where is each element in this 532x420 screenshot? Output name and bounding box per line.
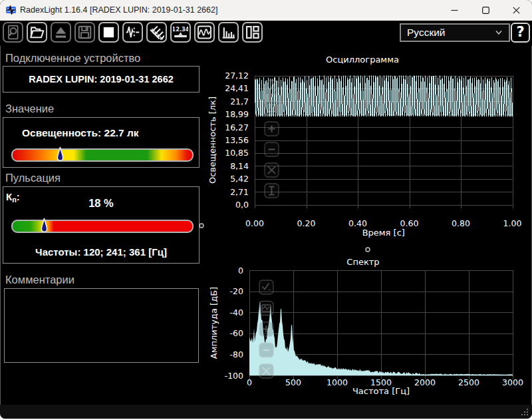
measured-value-icon: 12.34 bbox=[173, 25, 188, 40]
x-tick-label: 0.20 bbox=[297, 218, 316, 228]
minimize-button[interactable] bbox=[439, 0, 469, 21]
device-box: RADEX LUPIN: 2019-01-31 2662 bbox=[3, 66, 200, 93]
stop-icon bbox=[101, 25, 116, 40]
chart-zoom-in-button[interactable] bbox=[259, 322, 273, 336]
svg-text:12.34: 12.34 bbox=[173, 26, 188, 33]
y-tick-label: 10,85 bbox=[225, 148, 249, 158]
device-section-label: Подключенное устройство bbox=[5, 52, 140, 65]
y-tick-label: 5,42 bbox=[230, 174, 249, 184]
x-tick-label: 0.80 bbox=[452, 218, 470, 228]
value-box: Освещенность: 22.7 лк bbox=[3, 117, 200, 168]
illuminance-reading: Освещенность: 22.7 лк bbox=[22, 127, 139, 139]
y-tick-label: 8,14 bbox=[230, 161, 249, 171]
chart-wave-button[interactable] bbox=[265, 101, 279, 115]
pulse-waveform-icon bbox=[125, 25, 140, 40]
waveform-series bbox=[255, 76, 513, 117]
x-tick-label: 1.00 bbox=[503, 218, 522, 228]
panels-icon bbox=[245, 25, 260, 40]
illuminance-marker-icon bbox=[57, 146, 64, 165]
save-icon bbox=[77, 25, 92, 40]
y-tick-label: 21,7 bbox=[230, 97, 249, 106]
y-tick-label: 24,41 bbox=[225, 83, 249, 93]
illuminance-button[interactable] bbox=[146, 22, 167, 43]
frequencies-text: Частоты: 120; 241; 361 [Гц] bbox=[3, 246, 199, 258]
chart-zoom-in-button[interactable] bbox=[265, 122, 279, 136]
resize-grip[interactable] bbox=[520, 407, 529, 416]
open-button[interactable] bbox=[27, 22, 47, 43]
y-tick-label: 13,56 bbox=[225, 135, 249, 145]
close-icon bbox=[513, 7, 520, 14]
y-tick-label: 0 bbox=[238, 266, 243, 276]
y-tick-label: -20 bbox=[230, 286, 243, 296]
open-folder-icon bbox=[29, 25, 45, 40]
spectrum-bars-icon bbox=[221, 25, 236, 40]
minimize-icon bbox=[451, 7, 458, 14]
oscillogram-chart: Осциллограмма27,1224,4121,718,9916,2713,… bbox=[200, 46, 532, 246]
app-icon bbox=[6, 5, 16, 15]
pulsation-scale-bar bbox=[11, 220, 194, 233]
pulsation-section-label: Пульсация bbox=[5, 172, 61, 184]
x-tick-label: 0 bbox=[247, 377, 252, 387]
oscillogram-icon bbox=[197, 25, 212, 40]
illuminance-scale-bar bbox=[11, 148, 194, 162]
y-tick-label: -60 bbox=[230, 328, 243, 338]
x-axis-label: Частота [Гц] bbox=[352, 386, 410, 396]
pulsation-marker-icon bbox=[41, 218, 48, 236]
window-title: RadexLight 1.16.4 [RADEX LUPIN: 2019-01-… bbox=[20, 0, 217, 21]
x-axis-label: Время [с] bbox=[362, 228, 405, 238]
chevron-down-icon bbox=[495, 29, 502, 36]
save-button[interactable] bbox=[74, 22, 95, 43]
preview-button[interactable] bbox=[3, 22, 23, 43]
horizontal-splitter-handle[interactable] bbox=[364, 246, 372, 254]
chart-y-fit-button[interactable] bbox=[265, 184, 279, 198]
help-button[interactable]: ? bbox=[511, 23, 530, 43]
y-tick-label: 27,12 bbox=[225, 71, 249, 81]
value-section-label: Значение bbox=[5, 103, 54, 115]
comments-section-label: Комментарии bbox=[5, 274, 74, 286]
vertical-splitter-handle[interactable] bbox=[198, 222, 205, 230]
app-window: RadexLight 1.16.4 [RADEX LUPIN: 2019-01-… bbox=[0, 0, 532, 419]
device-name: RADEX LUPIN: 2019-01-31 2662 bbox=[3, 67, 199, 92]
chart-title: Осциллограмма bbox=[326, 55, 399, 65]
layout-button[interactable] bbox=[242, 22, 263, 43]
close-button[interactable] bbox=[501, 0, 531, 21]
comments-textarea[interactable] bbox=[4, 288, 199, 363]
chart-check-button[interactable] bbox=[265, 81, 279, 95]
maximize-button[interactable] bbox=[470, 0, 501, 21]
pulsation-button[interactable] bbox=[122, 22, 143, 43]
chart-zoom-out-button[interactable] bbox=[265, 142, 279, 156]
status-bar bbox=[0, 405, 532, 419]
maximize-icon bbox=[482, 7, 489, 14]
x-tick-label: 2500 bbox=[458, 377, 479, 387]
y-tick-label: -40 bbox=[230, 308, 243, 317]
eject-icon bbox=[53, 25, 68, 40]
kp-percent-value: 18 % bbox=[3, 197, 199, 210]
y-axis-label: Освещенность [лк] bbox=[207, 97, 217, 184]
y-tick-label: -80 bbox=[230, 349, 243, 359]
chart-pan-button[interactable] bbox=[259, 364, 273, 378]
x-tick-label: 500 bbox=[285, 377, 301, 387]
y-tick-label: 2,71 bbox=[230, 187, 249, 197]
oscillogram-button[interactable] bbox=[194, 22, 215, 43]
x-tick-label: 2000 bbox=[414, 377, 436, 387]
language-select[interactable]: Русский bbox=[400, 23, 510, 42]
chart-zoom-out-button[interactable] bbox=[259, 343, 273, 357]
x-tick-label: 3000 bbox=[502, 377, 523, 387]
stop-button[interactable] bbox=[98, 22, 119, 43]
light-rays-icon bbox=[149, 25, 164, 40]
chart-wave-button[interactable] bbox=[259, 302, 273, 315]
x-tick-label: 1000 bbox=[327, 377, 348, 387]
toolbar: 12.34 Русский ? bbox=[0, 21, 532, 46]
chart-pan-button[interactable] bbox=[265, 163, 279, 177]
y-tick-label: -100 bbox=[225, 371, 243, 381]
x-tick-label: 0.00 bbox=[245, 218, 264, 228]
spectrum-button[interactable] bbox=[218, 22, 239, 43]
y-axis-label: Амплитуда [дБ] bbox=[209, 287, 219, 359]
chart-check-button[interactable] bbox=[259, 280, 273, 294]
eject-button[interactable] bbox=[51, 22, 71, 43]
value-display-button[interactable]: 12.34 bbox=[170, 22, 191, 43]
y-tick-label: 0,0 bbox=[235, 200, 249, 210]
title-bar: RadexLight 1.16.4 [RADEX LUPIN: 2019-01-… bbox=[0, 0, 532, 21]
spectrum-chart: Спектр0-20-40-60-80-10005001000150020002… bbox=[200, 246, 532, 405]
language-select-value: Русский bbox=[407, 27, 446, 39]
